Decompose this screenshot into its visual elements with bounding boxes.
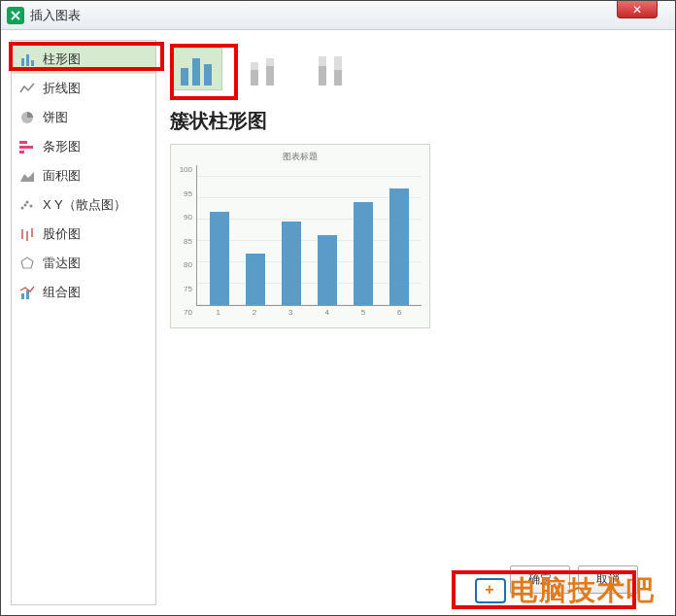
- chart-type-sidebar: 柱形图 折线图 饼图 条形图 面积图: [11, 40, 156, 605]
- svg-rect-23: [266, 66, 274, 86]
- watermark: 电脑技术吧: [475, 572, 656, 609]
- pie-icon: [19, 110, 35, 125]
- svg-rect-17: [26, 291, 29, 299]
- svg-rect-28: [334, 56, 342, 70]
- svg-rect-16: [21, 293, 24, 299]
- sidebar-item-label: 柱形图: [43, 51, 148, 68]
- sidebar-item-label: 雷达图: [43, 255, 148, 272]
- scatter-icon: [19, 197, 35, 213]
- combo-icon: [19, 285, 35, 300]
- x-tick: 1: [216, 308, 220, 317]
- svg-rect-19: [192, 58, 200, 86]
- y-axis: 100959085807570: [179, 165, 196, 317]
- selection-title: 簇状柱形图: [170, 108, 654, 134]
- x-tick: 5: [361, 308, 365, 317]
- sidebar-item-label: 折线图: [43, 80, 148, 97]
- svg-rect-21: [251, 70, 258, 86]
- dialog-content: 柱形图 折线图 饼图 条形图 面积图: [1, 30, 675, 615]
- sidebar-item-combo[interactable]: 组合图: [12, 278, 155, 307]
- x-axis: 123456: [196, 306, 422, 317]
- bar-vertical-icon: [19, 51, 35, 67]
- sidebar-item-label: 饼图: [43, 109, 148, 126]
- chart-bar: [246, 254, 265, 305]
- bar-horizontal-icon: [19, 139, 35, 154]
- sidebar-item-label: 面积图: [43, 167, 148, 185]
- subtype-clustered[interactable]: [170, 48, 222, 90]
- sidebar-item-stock[interactable]: 股价图: [12, 220, 155, 249]
- chart-plot: [196, 165, 422, 306]
- chart-preview: 图表标题 100959085807570 123456: [170, 144, 430, 328]
- svg-rect-2: [31, 60, 34, 66]
- close-icon: ✕: [632, 3, 642, 17]
- x-tick: 6: [397, 308, 401, 317]
- chart-preview-title: 图表标题: [179, 151, 422, 163]
- sidebar-item-label: 条形图: [43, 138, 148, 155]
- svg-marker-15: [21, 257, 33, 268]
- chart-bar: [318, 235, 337, 305]
- chart-bar: [282, 222, 301, 305]
- svg-point-9: [26, 201, 29, 204]
- svg-rect-6: [19, 151, 24, 154]
- sidebar-item-pie[interactable]: 饼图: [12, 103, 155, 132]
- y-tick: 90: [179, 213, 192, 222]
- sidebar-item-bar[interactable]: 条形图: [12, 132, 155, 161]
- y-tick: 85: [179, 237, 192, 246]
- svg-rect-4: [19, 141, 27, 144]
- sidebar-item-radar[interactable]: 雷达图: [12, 249, 155, 278]
- svg-marker-7: [20, 172, 34, 182]
- svg-point-8: [21, 207, 24, 210]
- x-tick: 4: [324, 308, 328, 317]
- sidebar-item-label: 股价图: [43, 225, 148, 243]
- x-tick: 2: [253, 308, 256, 317]
- watermark-text: 电脑技术吧: [510, 572, 656, 609]
- y-tick: 70: [179, 308, 192, 317]
- radar-icon: [19, 256, 35, 271]
- stock-icon: [19, 226, 35, 242]
- y-tick: 75: [179, 285, 192, 293]
- svg-rect-26: [319, 56, 326, 66]
- y-tick: 100: [179, 165, 192, 174]
- svg-rect-1: [26, 54, 29, 66]
- chart-bar: [389, 188, 409, 305]
- sidebar-item-scatter[interactable]: X Y（散点图）: [12, 190, 155, 220]
- svg-rect-20: [204, 64, 212, 86]
- svg-rect-24: [266, 58, 274, 66]
- subtype-row: [170, 48, 654, 90]
- y-tick: 80: [179, 260, 192, 269]
- svg-rect-0: [21, 58, 24, 66]
- titlebar: 插入图表 ✕: [1, 1, 675, 30]
- sidebar-item-line[interactable]: 折线图: [12, 74, 155, 103]
- area-icon: [19, 168, 35, 184]
- subtype-stacked100[interactable]: [306, 48, 358, 90]
- chart-bar: [210, 212, 229, 305]
- sidebar-item-area[interactable]: 面积图: [12, 161, 155, 190]
- close-button[interactable]: ✕: [617, 1, 658, 18]
- main-panel: 簇状柱形图 图表标题 100959085807570 123456 确定 取消: [156, 40, 665, 605]
- watermark-logo-icon: [475, 578, 506, 603]
- svg-rect-22: [251, 62, 258, 70]
- sidebar-item-label: X Y（散点图）: [43, 196, 148, 214]
- subtype-stacked[interactable]: [238, 48, 290, 90]
- chart-bar: [354, 202, 373, 305]
- svg-point-11: [24, 204, 27, 207]
- svg-rect-18: [181, 68, 188, 86]
- app-logo-icon: [7, 7, 24, 24]
- line-icon: [19, 81, 35, 96]
- x-tick: 3: [288, 308, 292, 317]
- y-tick: 95: [179, 189, 192, 198]
- svg-rect-5: [19, 146, 33, 149]
- sidebar-item-column[interactable]: 柱形图: [12, 45, 155, 74]
- window-title: 插入图表: [30, 7, 81, 24]
- svg-point-10: [30, 205, 33, 208]
- sidebar-item-label: 组合图: [43, 284, 148, 301]
